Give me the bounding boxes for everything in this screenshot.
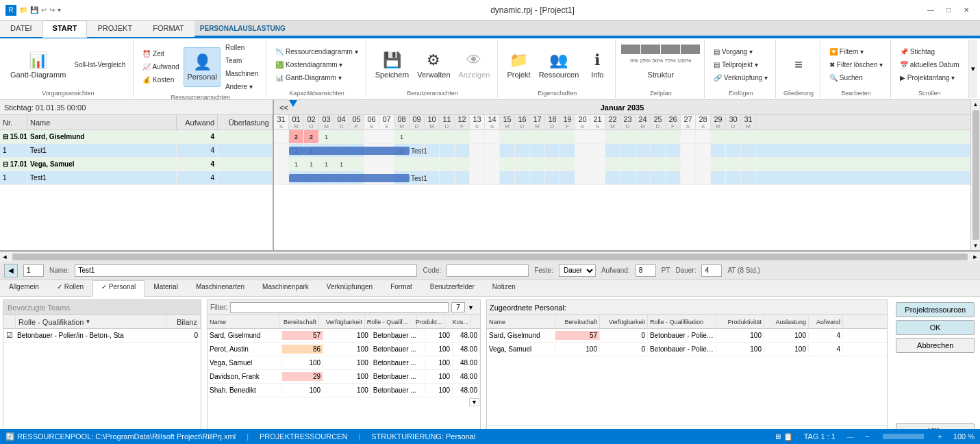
gantt-vscroll[interactable]: ▲ ▼	[970, 100, 980, 250]
sort-role-icon[interactable]: ▼	[85, 319, 90, 325]
filter-input[interactable]	[230, 302, 449, 313]
btn-abbrechen[interactable]: Abbrechen	[896, 338, 975, 353]
month-label: Januar 2035	[601, 103, 644, 112]
close-btn[interactable]: ✕	[958, 3, 975, 17]
task-nav-btn[interactable]: ◀	[4, 264, 18, 278]
btn-verknuepfung[interactable]: 🔗 Verknüpfung ▾	[710, 72, 771, 84]
task-num-input[interactable]	[23, 264, 44, 277]
pool-row-shah[interactable]: Shah. Benedikt 100 100 Betonbauer ... 10…	[208, 384, 480, 397]
aufwand-input[interactable]	[636, 264, 656, 277]
assigned-row-vega[interactable]: Vega, Samuel 100 0 Betonbauer - Polier..…	[487, 343, 887, 356]
btn-maschinen[interactable]: Maschinen	[222, 67, 262, 79]
group-label-gliederung: Gliederung	[783, 88, 814, 97]
teams-check[interactable]: ☑	[3, 331, 16, 340]
btn-vorgang[interactable]: ▤ Vorgang ▾	[710, 46, 771, 58]
tab-maschinenpark[interactable]: Maschinenpark	[253, 280, 318, 297]
btn-teilprojekt[interactable]: ▤ Teilprojekt ▾	[710, 59, 771, 71]
btn-gantt-detail[interactable]: 📊 Gantt-Diagramm ▾	[272, 72, 361, 84]
gantt-row-sard-test1[interactable]: 1 Test1 4	[0, 144, 273, 158]
tab-format[interactable]: FORMAT	[142, 21, 194, 38]
tab-projekt[interactable]: PROJEKT	[87, 21, 142, 38]
scroll-up-btn[interactable]: ▲	[972, 100, 980, 109]
btn-aktuelles-datum[interactable]: 📅 aktuelles Datum	[896, 59, 962, 71]
ribbon-group-gliederung: ≡ Gliederung	[777, 40, 820, 98]
task-name-input[interactable]	[75, 264, 417, 277]
btn-gliederung[interactable]: ≡	[781, 45, 816, 85]
aufwand-unit: PT	[662, 267, 670, 274]
btn-projekt[interactable]: 📁 Projekt	[503, 45, 533, 85]
day-cell-02: 02D	[304, 115, 319, 130]
ribbon-group-kapazitaet: 📉 Ressourcendiagramm ▾ 💹 Kostendiagramm …	[268, 40, 366, 98]
task-info-bar: ◀ Name: Code: Feste: Dauer Aufwand: PT D…	[0, 261, 980, 280]
tab-format[interactable]: Format	[381, 280, 421, 297]
btn-anzeigen[interactable]: 👁 Anzeigen	[455, 45, 494, 85]
tab-allgemein[interactable]: Allgemein	[0, 280, 48, 297]
minimize-btn[interactable]: —	[922, 3, 939, 17]
zoom-in-btn[interactable]: +	[938, 432, 942, 441]
btn-projektanfang[interactable]: ▶ Projektanfang ▾	[896, 72, 962, 84]
code-input[interactable]	[447, 264, 529, 277]
tab-rollen[interactable]: ✓ Rollen	[48, 280, 92, 297]
hscroll-thumb[interactable]	[12, 254, 968, 260]
btn-gantt-diagramm[interactable]: 📊 Gantt-Diagramm	[7, 45, 69, 85]
btn-ressourcendiagramm[interactable]: 📉 Ressourcendiagramm ▾	[272, 46, 361, 58]
pool-row-perot[interactable]: Perot, Austin 86 100 Betonbauer ... 100 …	[208, 343, 480, 356]
tab-start[interactable]: START	[42, 21, 88, 38]
maximize-btn[interactable]: □	[940, 3, 957, 17]
pool-row-vega[interactable]: Vega, Samuel 100 100 Betonbauer ... 100 …	[208, 356, 480, 370]
btn-projektressourcen[interactable]: Projektressourcen	[896, 302, 975, 317]
gantt-hscroll[interactable]: ◄ ►	[0, 251, 980, 261]
pool-col-name: Name	[208, 315, 279, 328]
assigned-row-sard[interactable]: Sard, Giselmund 57 0 Betonbauer - Polier…	[487, 329, 887, 343]
hscroll-left-btn[interactable]: ◄	[0, 254, 10, 260]
scroll-down-btn[interactable]: ▼	[972, 241, 980, 250]
teams-row-betonbauer[interactable]: ☑ Betonbauer - Polier/in - Beton-, Sta 0	[3, 329, 201, 343]
gantt-row-1701[interactable]: ⊟ 17.01 Vega, Samuel 4	[0, 158, 273, 171]
dauer-input[interactable]	[701, 264, 722, 277]
ribbon-scroll-right[interactable]: ▾	[968, 40, 977, 98]
cell-ueberlastung	[218, 171, 273, 184]
feste-select[interactable]: Dauer	[559, 264, 596, 277]
btn-andere[interactable]: Andere ▾	[222, 80, 262, 92]
btn-ok[interactable]: OK	[896, 320, 975, 335]
filter-dropdown-icon[interactable]: ▼	[468, 304, 477, 311]
btn-aufwand[interactable]: 📈 Aufwand	[139, 61, 182, 73]
btn-filtern[interactable]: 🔽 Filtern ▾	[826, 46, 886, 58]
pool-scroll-down[interactable]: ▼	[469, 398, 479, 406]
tab-personal[interactable]: ✓ Personal	[92, 280, 145, 297]
pool-row-sard[interactable]: Sard, Giselmund 57 100 Betonbauer ... 10…	[208, 329, 480, 343]
tab-datei[interactable]: DATEI	[0, 21, 42, 38]
pool-row-davidson[interactable]: Davidson, Frank 29 100 Betonbauer ... 10…	[208, 370, 480, 384]
tab-maschinenarten[interactable]: Maschinenarten	[187, 280, 253, 297]
tab-material[interactable]: Material	[145, 280, 187, 297]
group-label-eigenschaften: Eigenschaften	[538, 88, 577, 97]
zoom-out-btn[interactable]: −	[865, 432, 869, 441]
btn-stichtag[interactable]: 📌 Stichtag	[896, 46, 962, 58]
window-controls[interactable]: — □ ✕	[922, 3, 975, 17]
btn-struktur[interactable]: Struktur	[621, 64, 700, 85]
btn-rollen[interactable]: Rollen	[222, 41, 262, 53]
scroll-thumb[interactable]	[972, 110, 979, 240]
btn-zeit[interactable]: ⏰ Zeit	[139, 48, 182, 60]
btn-ressourcen-btn[interactable]: 👥 Ressourcen	[536, 45, 583, 85]
gantt-bar-label-sard: Test1	[411, 144, 427, 158]
btn-personal[interactable]: 👤 Personal	[184, 47, 220, 87]
btn-team[interactable]: Team	[222, 54, 262, 66]
gantt-row-1501[interactable]: ⊟ 15.01 Sard, Giselmund 4	[0, 130, 273, 144]
btn-kosten[interactable]: 💰 Kosten	[139, 74, 182, 86]
tab-verknuepfungen[interactable]: Verknüpfungen	[318, 280, 381, 297]
btn-speichern[interactable]: 💾 Speichern	[372, 45, 413, 85]
btn-verwalten[interactable]: ⚙ Verwalten	[414, 45, 453, 85]
btn-kostendiagramm[interactable]: 💹 Kostendiagramm ▾	[272, 59, 361, 71]
btn-soll-ist[interactable]: Soll-Ist-Vergleich	[71, 59, 129, 71]
zoom-slider[interactable]	[883, 434, 924, 439]
tab-benutzerfelder[interactable]: Benutzerfelder	[421, 280, 483, 297]
assigned-header-label: Zugeordnete Personal:	[490, 304, 566, 312]
tab-notizen[interactable]: Notizen	[483, 280, 525, 297]
btn-info[interactable]: ℹ Info	[583, 45, 611, 85]
btn-filter-loeschen[interactable]: ✖ Filter löschen ▾	[826, 59, 886, 71]
assigned-col-aufw: Aufwand	[809, 315, 843, 328]
hscroll-right-btn[interactable]: ►	[970, 254, 980, 260]
gantt-row-vega-test1[interactable]: 1 Test1 4	[0, 171, 273, 185]
btn-suchen[interactable]: 🔍 Suchen	[826, 72, 886, 84]
